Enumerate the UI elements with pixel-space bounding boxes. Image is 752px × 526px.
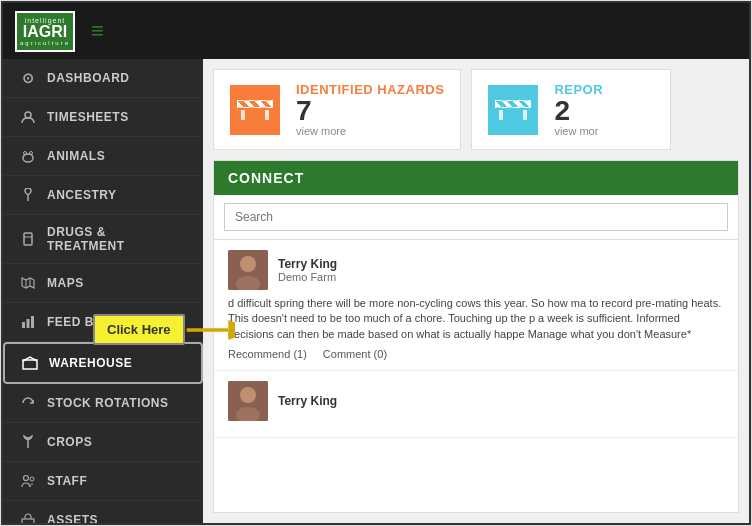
svg-point-3	[30, 152, 33, 155]
svg-rect-4	[24, 233, 32, 245]
stock-rotations-icon	[19, 394, 37, 412]
crops-icon	[19, 433, 37, 451]
timesheets-icon	[19, 108, 37, 126]
post-author-row-2: Terry King	[228, 381, 724, 421]
hamburger-menu-icon[interactable]: ≡	[91, 18, 104, 44]
avatar-2	[228, 381, 268, 421]
cards-row: IDENTIFIED HAZARDS 7 view more	[203, 59, 749, 160]
sidebar-item-label: STOCK ROTATIONS	[47, 396, 169, 410]
animals-icon	[19, 147, 37, 165]
dashboard-icon: ⊙	[19, 69, 37, 87]
farm-name: Demo Farm	[278, 271, 337, 283]
author-name: Terry King	[278, 257, 337, 271]
hazard-card-info: IDENTIFIED HAZARDS 7 view more	[296, 82, 444, 137]
hazard-card-title: IDENTIFIED HAZARDS	[296, 82, 444, 97]
sidebar-item-label: ASSETS	[47, 513, 98, 523]
ancestry-icon	[19, 186, 37, 204]
sidebar-item-assets[interactable]: ASSETS	[3, 501, 203, 523]
post-text: d difficult spring there will be more no…	[228, 296, 724, 342]
sidebar-item-label: WAREHOUSE	[49, 356, 132, 370]
reported-card-icon	[488, 85, 538, 135]
post-item: Terry King Demo Farm d difficult spring …	[214, 240, 738, 371]
sidebar-item-label: DASHBOARD	[47, 71, 130, 85]
avatar	[228, 250, 268, 290]
assets-icon	[19, 511, 37, 523]
sidebar-item-warehouse[interactable]: WAREHOUSE	[3, 342, 203, 384]
sidebar-item-ancestry[interactable]: ANCESTRY	[3, 176, 203, 215]
svg-rect-12	[23, 360, 37, 369]
avatar-inner	[228, 250, 268, 290]
maps-icon	[19, 274, 37, 292]
top-bar: intelligent IAGRI agriculture ≡	[3, 3, 749, 59]
logo-main-text: IAGRI	[23, 24, 67, 40]
author-name-2: Terry King	[278, 394, 337, 408]
sidebar-item-staff[interactable]: STAFF	[3, 462, 203, 501]
sidebar-item-label: DRUGS & TREATMENT	[47, 225, 187, 253]
content-area: IDENTIFIED HAZARDS 7 view more	[203, 59, 749, 523]
reported-card-count: 2	[554, 97, 603, 125]
sidebar-item-animals[interactable]: ANIMALS	[3, 137, 203, 176]
connect-header-text: CONNECT	[228, 170, 304, 186]
drugs-icon	[19, 230, 37, 248]
svg-point-14	[30, 477, 34, 481]
sidebar-item-label: CROPS	[47, 435, 92, 449]
sidebar-item-maps[interactable]: MAPS	[3, 264, 203, 303]
connect-section: CONNECT	[213, 160, 739, 513]
svg-marker-6	[22, 278, 34, 288]
sidebar-item-timesheets[interactable]: TIMESHEETS	[3, 98, 203, 137]
logo[interactable]: intelligent IAGRI agriculture	[15, 11, 75, 52]
recommend-action[interactable]: Recommend (1)	[228, 348, 307, 360]
sidebar-item-drugs-treatment[interactable]: DRUGS & TREATMENT	[3, 215, 203, 264]
post-actions: Recommend (1) Comment (0)	[228, 348, 724, 360]
sidebar-item-label: MAPS	[47, 276, 84, 290]
svg-rect-9	[22, 322, 25, 328]
sidebar-item-label: TIMESHEETS	[47, 110, 129, 124]
sidebar: ⊙ DASHBOARD TIMESHEETS ANIMALS	[3, 59, 203, 523]
avatar-inner-2	[228, 381, 268, 421]
post-author-info: Terry King Demo Farm	[278, 257, 337, 283]
sidebar-item-label: ANIMALS	[47, 149, 105, 163]
svg-point-13	[24, 476, 29, 481]
arrow-icon	[185, 315, 235, 345]
search-input[interactable]	[224, 203, 728, 231]
sidebar-item-crops[interactable]: CROPS	[3, 423, 203, 462]
sidebar-item-label: STAFF	[47, 474, 87, 488]
svg-rect-15	[22, 519, 34, 523]
svg-point-22	[240, 387, 256, 403]
hazard-card-link[interactable]: view more	[296, 125, 444, 137]
svg-point-2	[24, 152, 27, 155]
svg-point-0	[25, 112, 31, 118]
sidebar-item-label: ANCESTRY	[47, 188, 117, 202]
post-author-row: Terry King Demo Farm	[228, 250, 724, 290]
svg-point-1	[23, 154, 33, 162]
connect-header: CONNECT	[214, 161, 738, 195]
svg-rect-11	[31, 316, 34, 328]
main-layout: ⊙ DASHBOARD TIMESHEETS ANIMALS	[3, 59, 749, 523]
identified-hazards-card[interactable]: IDENTIFIED HAZARDS 7 view more	[213, 69, 461, 150]
reported-card[interactable]: REPOR 2 view mor	[471, 69, 671, 150]
reported-card-link[interactable]: view mor	[554, 125, 603, 137]
sidebar-wrapper: ⊙ DASHBOARD TIMESHEETS ANIMALS	[3, 59, 203, 523]
svg-rect-10	[27, 319, 30, 328]
hazard-card-icon	[230, 85, 280, 135]
warehouse-icon	[21, 354, 39, 372]
click-here-label: Click Here	[93, 314, 185, 345]
post-author-info-2: Terry King	[278, 394, 337, 408]
svg-point-19	[240, 256, 256, 272]
comment-action[interactable]: Comment (0)	[323, 348, 387, 360]
staff-icon	[19, 472, 37, 490]
sidebar-item-stock-rotations[interactable]: STOCK ROTATIONS	[3, 384, 203, 423]
hazard-card-count: 7	[296, 97, 444, 125]
post-item-2: Terry King	[214, 371, 738, 438]
feed-budget-icon	[19, 313, 37, 331]
search-bar	[214, 195, 738, 240]
reported-card-info: REPOR 2 view mor	[554, 82, 603, 137]
sidebar-item-dashboard[interactable]: ⊙ DASHBOARD	[3, 59, 203, 98]
annotation-container: Click Here	[93, 314, 235, 345]
logo-bottom-text: agriculture	[20, 40, 70, 46]
